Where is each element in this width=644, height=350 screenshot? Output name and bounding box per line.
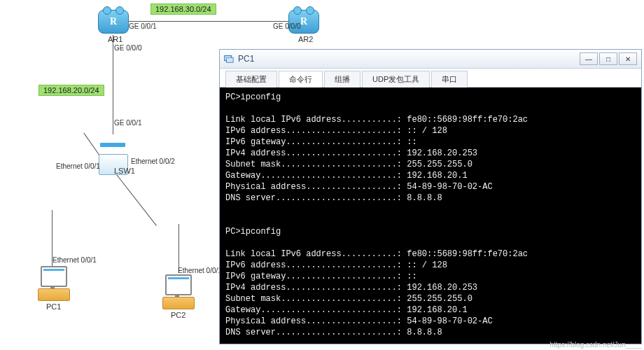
port-lsw-e002: Ethernet 0/0/2	[131, 158, 175, 165]
port-pc2-e001: Ethernet 0/0/1	[178, 267, 222, 274]
topology-canvas[interactable]: R R 192.168.30.0/24 192.168.20.0/24 AR1 …	[0, 0, 644, 350]
link-ar1-lsw1	[113, 35, 113, 134]
label-ar1: AR1	[108, 35, 122, 43]
maximize-button[interactable]: □	[599, 52, 617, 65]
tab-cli[interactable]: 命令行	[279, 71, 323, 88]
link-lsw1-pc2-b	[178, 224, 179, 273]
port-ar1-ge001: GE 0/0/1	[129, 22, 156, 30]
port-ar1-ge000: GE 0/0/0	[114, 44, 141, 52]
link-ar1-ar2	[126, 21, 288, 22]
app-icon	[224, 54, 234, 64]
tab-serial[interactable]: 串口	[431, 71, 468, 88]
tab-bar: 基础配置 命令行 组播 UDP发包工具 串口	[220, 69, 641, 88]
port-lsw-e001: Ethernet 0/0/1	[56, 162, 100, 170]
port-pc1-e001: Ethernet 0/0/1	[52, 256, 97, 264]
tab-multicast[interactable]: 组播	[324, 71, 360, 88]
window-title: PC1	[238, 54, 254, 64]
svg-rect-1	[227, 57, 234, 62]
watermark: https://blog.csdn.net/Jun____	[550, 341, 641, 349]
pc1-terminal-window[interactable]: PC1 — □ ✕ 基础配置 命令行 组播 UDP发包工具 串口 PC>ipco…	[219, 49, 642, 344]
network-label-top: 192.168.30.0/24	[150, 4, 216, 15]
link-lsw1-pc2	[115, 173, 157, 225]
tab-udp-tool[interactable]: UDP发包工具	[362, 71, 430, 88]
pc2[interactable]	[162, 274, 193, 309]
window-titlebar[interactable]: PC1 — □ ✕	[220, 50, 641, 69]
pc1[interactable]	[38, 266, 69, 301]
label-ar2: AR2	[298, 35, 313, 43]
port-lsw-ge001: GE 0/0/1	[114, 119, 141, 127]
close-button[interactable]: ✕	[619, 52, 637, 65]
tab-basic-config[interactable]: 基础配置	[225, 71, 277, 88]
terminal-output[interactable]: PC>ipconfig Link local IPv6 address.....…	[220, 88, 641, 344]
network-label-left: 192.168.20.0/24	[38, 85, 104, 96]
port-ar2-ge000: GE 0/0/0	[273, 22, 300, 30]
label-pc2: PC2	[171, 311, 186, 319]
minimize-button[interactable]: —	[580, 52, 598, 65]
label-pc1: PC1	[46, 302, 61, 311]
label-lsw1: LSW1	[114, 167, 135, 175]
router-ar1[interactable]: R	[98, 10, 129, 34]
